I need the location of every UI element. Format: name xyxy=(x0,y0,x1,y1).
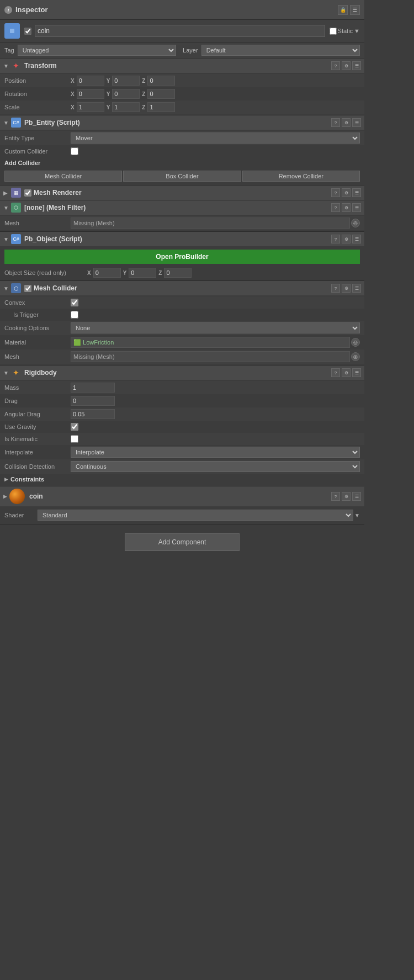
collision-detection-select[interactable]: Continuous xyxy=(71,461,360,472)
material-settings-icon[interactable]: ⚙ xyxy=(342,492,351,501)
mesh-collider-help-icon[interactable]: ? xyxy=(331,284,340,293)
mesh-renderer-settings-icon[interactable]: ⚙ xyxy=(342,188,351,197)
material-select-btn[interactable]: ◎ xyxy=(351,338,360,347)
mesh-collider-button[interactable]: Mesh Collider xyxy=(4,171,122,182)
transform-menu-icon[interactable]: ☰ xyxy=(352,61,361,70)
pb-entity-header[interactable]: ▼ C# Pb_Entity (Script) ? ⚙ ☰ xyxy=(0,115,364,130)
menu-icon[interactable]: ☰ xyxy=(350,5,360,15)
transform-section-body: Position X Y Z Rotation X Y Z xyxy=(0,73,364,115)
mesh-renderer-menu-icon[interactable]: ☰ xyxy=(352,188,361,197)
static-checkbox[interactable] xyxy=(330,28,337,35)
mesh-renderer-header[interactable]: ▶ ▦ Mesh Renderer ? ⚙ ☰ xyxy=(0,186,364,200)
obj-size-y-input[interactable] xyxy=(129,268,156,278)
object-enabled-checkbox[interactable] xyxy=(24,28,31,35)
box-collider-button[interactable]: Box Collider xyxy=(123,171,241,182)
pb-object-help-icon[interactable]: ? xyxy=(331,235,340,243)
pb-object-icon: C# xyxy=(11,234,21,244)
mesh-filter-mesh-label: Mesh xyxy=(4,220,71,226)
object-size-xyz: X Y Z xyxy=(87,268,360,278)
mesh-collider-header[interactable]: ▼ ⬡ Mesh Collider ? ⚙ ☰ xyxy=(0,281,364,295)
rotation-x-input[interactable] xyxy=(77,89,104,99)
collision-detection-row: Collision Detection Continuous xyxy=(0,459,364,474)
static-group: Static ▼ xyxy=(330,28,360,35)
material-help-icon[interactable]: ? xyxy=(331,492,340,501)
remove-collider-button[interactable]: Remove Collider xyxy=(242,171,360,182)
pb-entity-help-icon[interactable]: ? xyxy=(331,118,340,127)
drag-input[interactable] xyxy=(71,396,115,406)
transform-section: ▼ ✦ Transform ? ⚙ ☰ Position X Y Z xyxy=(0,59,364,115)
position-x-label: X xyxy=(71,78,75,84)
obj-size-x-input[interactable] xyxy=(93,268,121,278)
mesh-renderer-help-icon[interactable]: ? xyxy=(331,188,340,197)
mesh-filter-menu-icon[interactable]: ☰ xyxy=(352,203,361,212)
object-name-input[interactable] xyxy=(35,25,325,37)
drag-row: Drag xyxy=(0,394,364,407)
material-row: Material 🟩 LowFriction ◎ xyxy=(0,335,364,349)
constraints-row[interactable]: ▶ Constraints xyxy=(0,474,364,485)
pb-object-settings-icon[interactable]: ⚙ xyxy=(342,235,351,243)
inspector-panel: i Inspector 🔒 ☰ Static ▼ Tag Untagged La… xyxy=(0,0,364,560)
scale-z-input[interactable] xyxy=(147,102,175,112)
rotation-z-input[interactable] xyxy=(147,89,175,99)
mesh-collider-settings-icon[interactable]: ⚙ xyxy=(342,284,351,293)
mesh-collider-select-btn[interactable]: ◎ xyxy=(351,352,360,361)
mass-row: Mass xyxy=(0,381,364,394)
transform-help-icon[interactable]: ? xyxy=(331,61,340,70)
transform-section-header[interactable]: ▼ ✦ Transform ? ⚙ ☰ xyxy=(0,59,364,73)
add-component-button[interactable]: Add Component xyxy=(125,533,240,551)
rotation-y-input[interactable] xyxy=(112,89,140,99)
position-x-input[interactable] xyxy=(77,76,104,86)
is-kinematic-checkbox[interactable] xyxy=(71,435,78,443)
rigidbody-help-icon[interactable]: ? xyxy=(331,368,340,377)
interpolate-row: Interpolate Interpolate xyxy=(0,445,364,459)
object-size-row: Object Size (read only) X Y Z xyxy=(0,266,364,279)
mesh-collider-enabled-checkbox[interactable] xyxy=(24,285,31,292)
rigidbody-title: Rigidbody xyxy=(24,369,331,377)
custom-collider-checkbox[interactable] xyxy=(71,147,78,155)
rigidbody-body: Mass Drag Angular Drag Use Gravity Is Ki… xyxy=(0,380,364,486)
position-y-input[interactable] xyxy=(112,76,140,86)
mesh-filter-header[interactable]: ▼ ⬡ [none] (Mesh Filter) ? ⚙ ☰ xyxy=(0,200,364,215)
mesh-collider-missing-text: Missing (Mesh) xyxy=(71,351,350,362)
scale-y-input[interactable] xyxy=(112,102,140,112)
mass-input[interactable] xyxy=(71,383,115,393)
pb-object-menu-icon[interactable]: ☰ xyxy=(352,235,361,243)
mesh-filter-select-btn[interactable]: ◎ xyxy=(351,219,360,227)
rigidbody-menu-icon[interactable]: ☰ xyxy=(352,368,361,377)
object-icon xyxy=(4,23,20,39)
mesh-collider-menu-icon[interactable]: ☰ xyxy=(352,284,361,293)
pb-entity-menu-icon[interactable]: ☰ xyxy=(352,118,361,127)
mesh-filter-help-icon[interactable]: ? xyxy=(331,203,340,212)
entity-type-select[interactable]: Mover xyxy=(71,133,360,144)
lock-icon[interactable]: 🔒 xyxy=(338,5,348,15)
scale-z-label: Z xyxy=(142,104,145,110)
mesh-renderer-enabled-checkbox[interactable] xyxy=(24,189,31,197)
pb-object-header[interactable]: ▼ C# Pb_Object (Script) ? ⚙ ☰ xyxy=(0,232,364,246)
transform-settings-icon[interactable]: ⚙ xyxy=(342,61,351,70)
scale-x-input[interactable] xyxy=(77,102,104,112)
is-trigger-checkbox[interactable] xyxy=(71,311,78,319)
mesh-filter-settings-icon[interactable]: ⚙ xyxy=(342,203,351,212)
material-menu-icon[interactable]: ☰ xyxy=(352,492,361,501)
use-gravity-checkbox[interactable] xyxy=(71,423,78,431)
obj-size-z-input[interactable] xyxy=(164,268,192,278)
shader-label: Shader xyxy=(4,512,38,518)
convex-checkbox[interactable] xyxy=(71,299,78,306)
mesh-collider-section: ▼ ⬡ Mesh Collider ? ⚙ ☰ Convex Is Trigge… xyxy=(0,281,364,365)
interpolate-select[interactable]: Interpolate xyxy=(71,447,360,458)
layer-select[interactable]: Default xyxy=(201,45,360,56)
rigidbody-settings-icon[interactable]: ⚙ xyxy=(342,368,351,377)
pb-entity-settings-icon[interactable]: ⚙ xyxy=(342,118,351,127)
constraints-expand-arrow: ▶ xyxy=(4,476,8,482)
position-z-input[interactable] xyxy=(147,76,175,86)
material-section-header[interactable]: ▶ coin ? ⚙ ☰ xyxy=(0,486,364,506)
mesh-collider-mesh-value: Missing (Mesh) ◎ xyxy=(71,351,360,362)
tag-select[interactable]: Untagged xyxy=(18,45,176,56)
inspector-title: Inspector xyxy=(15,6,48,14)
rigidbody-header[interactable]: ▼ ✦ Rigidbody ? ⚙ ☰ xyxy=(0,365,364,380)
cooking-options-select[interactable]: None xyxy=(71,322,360,333)
angular-drag-input[interactable] xyxy=(71,409,115,419)
shader-select[interactable]: Standard xyxy=(38,510,353,521)
pb-object-expand-arrow: ▼ xyxy=(3,236,9,242)
open-probuilder-button[interactable]: Open ProBuilder xyxy=(4,250,360,264)
